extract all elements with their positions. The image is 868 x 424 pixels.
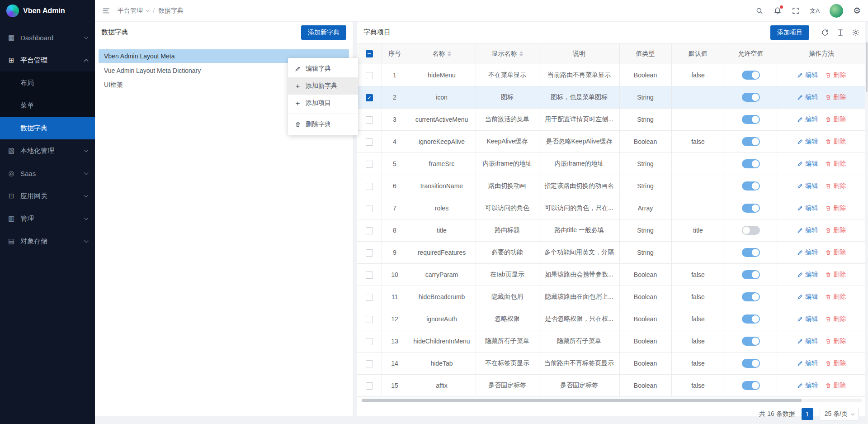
context-menu-item-add-new-dict[interactable]: +添加新字典: [288, 77, 358, 95]
edit-row-link[interactable]: 编辑: [797, 271, 818, 279]
horizontal-scrollbar-thumb[interactable]: [362, 399, 802, 402]
page-size-select[interactable]: 25 条/页: [820, 408, 859, 420]
vertical-scrollbar[interactable]: [865, 22, 868, 424]
vertical-scrollbar-thumb[interactable]: [866, 42, 868, 92]
delete-row-link[interactable]: 删除: [825, 115, 846, 124]
sidebar-item-saas[interactable]: ◎Saas: [0, 162, 95, 185]
app-logo[interactable]: Vben Admin: [0, 0, 95, 22]
nullable-toggle[interactable]: [742, 292, 760, 301]
sidebar-item-storage[interactable]: ▤对象存储: [0, 230, 95, 252]
nullable-toggle[interactable]: [742, 270, 760, 279]
column-height-icon[interactable]: [836, 29, 844, 37]
nullable-toggle[interactable]: [742, 226, 760, 235]
delete-row-link[interactable]: 删除: [825, 271, 846, 279]
sidebar-item-localization[interactable]: ▧本地化管理: [0, 139, 95, 162]
sidebar-subitem-layout[interactable]: 布局: [0, 71, 95, 94]
row-checkbox[interactable]: [366, 205, 373, 212]
sidebar-subitem-data-dict[interactable]: 数据字典: [0, 117, 95, 139]
column-header[interactable]: 名称: [408, 43, 476, 64]
delete-row-link[interactable]: 删除: [825, 315, 846, 323]
bell-icon[interactable]: [774, 7, 782, 15]
search-icon[interactable]: [755, 7, 764, 15]
edit-row-link[interactable]: 编辑: [797, 93, 818, 101]
row-checkbox[interactable]: [366, 316, 373, 323]
row-checkbox[interactable]: [366, 360, 373, 367]
translate-icon[interactable]: 文A: [810, 7, 820, 15]
avatar[interactable]: [830, 4, 843, 18]
nullable-toggle[interactable]: [742, 93, 760, 102]
fullscreen-icon[interactable]: [792, 7, 800, 15]
sidebar-item-management[interactable]: ▥管理: [0, 207, 95, 230]
horizontal-scrollbar[interactable]: [362, 399, 862, 402]
nullable-toggle[interactable]: [742, 137, 760, 146]
add-item-button[interactable]: 添加项目: [770, 25, 809, 40]
edit-row-link[interactable]: 编辑: [797, 71, 818, 79]
delete-row-link[interactable]: 删除: [825, 337, 846, 345]
add-dictionary-button[interactable]: 添加新字典: [301, 25, 346, 40]
sidebar-item-platform[interactable]: ⊞平台管理: [0, 49, 95, 71]
context-menu-item-edit-dict[interactable]: 编辑字典: [288, 60, 358, 77]
edit-row-link[interactable]: 编辑: [797, 204, 818, 212]
delete-row-link[interactable]: 删除: [825, 248, 846, 257]
sidebar-subitem-menu[interactable]: 菜单: [0, 94, 95, 117]
row-checkbox[interactable]: [366, 161, 373, 168]
nullable-toggle[interactable]: [742, 337, 760, 346]
column-header[interactable]: 显示名称: [476, 43, 539, 64]
delete-row-link[interactable]: 删除: [825, 293, 846, 301]
row-checkbox[interactable]: [366, 249, 373, 257]
table-row: 12ignoreAuth忽略权限是否忽略权限，只在权...Booleanfals…: [357, 308, 866, 330]
context-menu-item-add-item[interactable]: +添加项目: [288, 95, 358, 112]
delete-row-link[interactable]: 删除: [825, 204, 846, 212]
delete-row-link[interactable]: 删除: [825, 359, 846, 367]
menu-collapse-icon[interactable]: [102, 7, 110, 15]
edit-row-link[interactable]: 编辑: [797, 381, 818, 390]
nullable-toggle[interactable]: [742, 248, 760, 257]
delete-row-link[interactable]: 删除: [825, 71, 846, 79]
nullable-toggle[interactable]: [742, 314, 760, 324]
edit-row-link[interactable]: 编辑: [797, 182, 818, 190]
delete-row-link[interactable]: 删除: [825, 226, 846, 234]
sort-icon[interactable]: [519, 51, 523, 57]
nullable-toggle[interactable]: [742, 71, 760, 80]
nullable-toggle[interactable]: [742, 181, 760, 191]
settings-gear-icon[interactable]: [852, 29, 860, 37]
row-checkbox[interactable]: [366, 382, 373, 390]
nullable-toggle[interactable]: [742, 115, 760, 124]
edit-row-link[interactable]: 编辑: [797, 293, 818, 301]
edit-row-link[interactable]: 编辑: [797, 359, 818, 367]
row-checkbox[interactable]: [366, 272, 373, 279]
row-checkbox[interactable]: ✓: [366, 94, 373, 101]
edit-row-link[interactable]: 编辑: [797, 138, 818, 146]
edit-row-link[interactable]: 编辑: [797, 226, 818, 234]
edit-row-link[interactable]: 编辑: [797, 337, 818, 345]
row-checkbox[interactable]: [366, 183, 373, 190]
nullable-toggle[interactable]: [742, 204, 760, 213]
page-number-button[interactable]: 1: [802, 408, 813, 420]
delete-row-link[interactable]: 删除: [825, 381, 846, 390]
edit-row-link[interactable]: 编辑: [797, 115, 818, 124]
delete-row-link[interactable]: 删除: [825, 93, 846, 101]
edit-row-link[interactable]: 编辑: [797, 160, 818, 168]
refresh-icon[interactable]: [821, 29, 829, 37]
sort-icon[interactable]: [448, 51, 451, 57]
sidebar-item-gateway[interactable]: ⊡应用网关: [0, 185, 95, 207]
row-checkbox[interactable]: [366, 294, 373, 301]
delete-row-link[interactable]: 删除: [825, 160, 846, 168]
row-checkbox[interactable]: [366, 338, 373, 345]
row-checkbox[interactable]: [366, 72, 373, 79]
nullable-toggle[interactable]: [742, 359, 760, 368]
delete-row-link[interactable]: 删除: [825, 182, 846, 190]
row-checkbox[interactable]: [366, 116, 373, 124]
breadcrumb-item[interactable]: 平台管理: [118, 7, 143, 15]
gear-icon[interactable]: ⚙: [853, 6, 861, 15]
row-checkbox[interactable]: [366, 227, 373, 234]
row-checkbox[interactable]: [366, 138, 373, 146]
delete-row-link[interactable]: 删除: [825, 138, 846, 146]
select-all-checkbox[interactable]: [366, 50, 373, 57]
nullable-toggle[interactable]: [742, 159, 760, 168]
edit-row-link[interactable]: 编辑: [797, 248, 818, 257]
nullable-toggle[interactable]: [742, 381, 760, 390]
sidebar-item-dashboard[interactable]: ▦Dashboard: [0, 26, 95, 49]
context-menu-item-delete-dict[interactable]: 删除字典: [288, 116, 358, 133]
edit-row-link[interactable]: 编辑: [797, 315, 818, 323]
